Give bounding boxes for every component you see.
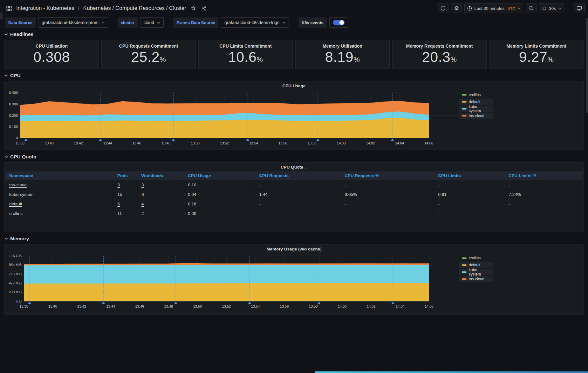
dashboard-title[interactable]: Kubernetes / Compute Resources / Cluster [83,5,186,11]
column-header[interactable]: Namespace [5,171,113,180]
svg-text:13:46: 13:46 [135,304,144,308]
legend-item-default[interactable]: default [459,262,493,268]
stat-panel-title[interactable]: CPU Utilisation [5,43,99,49]
cluster-label: cluster [118,17,138,28]
table-cell: 6 [137,190,183,199]
zoom-out-button[interactable] [526,3,537,13]
svg-text:0 B: 0 B [16,299,22,303]
legend-item-tns-cloud[interactable]: tns-cloud [459,276,493,282]
dashboards-grid-icon[interactable] [5,4,13,12]
column-header[interactable]: CPU Limits [434,171,504,180]
namespace-link[interactable]: kube-system [9,192,34,197]
stat-panel: Memory Limits Commitment9.27% [489,40,584,69]
legend-item-default[interactable]: default [459,99,493,105]
legend-swatch [462,271,467,273]
cluster-select[interactable]: cloud [140,17,164,28]
namespace-link[interactable]: crollins [9,211,23,216]
panel-title[interactable]: CPU Quota ⌄ [5,163,583,171]
memory-usage-legend: crollinsdefaultkube-systemtns-cloud [459,254,493,310]
table-cell: - [434,209,504,218]
table-cell: 3 [113,180,137,190]
refresh-interval-picker[interactable]: 30s [539,3,564,13]
refresh-interval-label: 30s [549,6,556,11]
panel-menu-caret-icon[interactable]: ⌄ [304,165,307,169]
stat-panel: CPU Requests Commitment25.2% [101,40,196,69]
namespace-link[interactable]: tns-cloud [9,183,27,187]
table-cell: - [504,199,583,209]
svg-text:13:48: 13:48 [164,304,173,308]
svg-text:13:54: 13:54 [251,304,260,308]
svg-text:13:50: 13:50 [191,141,200,145]
legend-item-crollins[interactable]: crollins [459,92,493,98]
workloads-link[interactable]: 4 [141,202,144,206]
headline-stats-row: CPU Utilisation0.308CPU Requests Commitm… [4,40,584,69]
stat-panel-title[interactable]: CPU Limits Commitment [199,43,292,49]
breadcrumb-separator: / [77,5,80,11]
time-range-label: Last 30 minutes [474,6,504,11]
legend-label: default [469,100,480,104]
workloads-link[interactable]: 6 [141,192,144,197]
datasource-value: grafanacloud-k8sdemo-prom [42,20,99,25]
table-cell: 0.04 [183,190,255,199]
column-header[interactable]: Pods [113,171,137,180]
svg-text:13:38: 13:38 [16,141,24,145]
breadcrumb-root[interactable]: Integration - Kubernetes [16,5,74,11]
svg-text:14:04: 14:04 [395,141,404,145]
datasource-select[interactable]: grafanacloud-k8sdemo-prom [38,17,108,28]
k8s-events-toggle[interactable] [329,17,348,28]
column-header[interactable]: Workloads [137,171,183,180]
chevron-down-icon [558,7,561,10]
legend-item-kube-system[interactable]: kube-system [459,269,493,275]
dashboard-settings-button[interactable]: ⚙ [451,3,462,13]
column-header[interactable]: CPU Limits % [504,171,583,180]
memory-usage-chart[interactable]: 0 B238 MiB477 MiB715 MiB954 MiB1.16 GiB1… [7,254,459,310]
table-cell: 0.61 [434,190,504,199]
stat-panel-title[interactable]: Memory Limits Commitment [489,43,583,49]
events-datasource-select[interactable]: grafanacloud-k8sdemo-logs [221,17,289,28]
namespace-link[interactable]: default [9,202,22,206]
cpu-usage-chart[interactable]: 00.1000.2000.3000.40013:3813:4013:4213:4… [7,91,459,146]
workloads-link[interactable]: 3 [141,183,144,187]
section-memory[interactable]: Memory [4,236,584,242]
svg-text:14:00: 14:00 [338,304,347,308]
timezone-label: UTC [508,6,515,10]
panel-title[interactable]: Memory Usage (w/o cache) [5,244,583,253]
stat-panel-title[interactable]: Memory Requests Commitment [393,43,486,49]
pods-link[interactable]: 15 [117,192,122,197]
legend-swatch [462,278,467,280]
pods-link[interactable]: 6 [117,202,120,206]
section-cpu-quota[interactable]: CPU Quota [4,154,584,160]
panel-title[interactable]: CPU Usage [5,81,583,90]
zoom-out-icon [529,6,534,11]
svg-text:14:02: 14:02 [366,141,375,145]
dashboard-insights-button[interactable] [438,3,448,13]
pods-link[interactable]: 3 [117,183,120,187]
section-cpu[interactable]: CPU [4,72,584,79]
column-header[interactable]: CPU Requests % [340,171,434,180]
table-cell: - [434,199,504,209]
legend-item-kube-system[interactable]: kube-system [459,106,493,112]
svg-text:13:42: 13:42 [77,304,86,308]
table-cell: - [504,209,583,218]
toggle-switch-on [333,20,345,25]
share-icon[interactable] [200,4,208,12]
memory-usage-panel: Memory Usage (w/o cache) 0 B238 MiB477 M… [4,244,584,315]
column-header[interactable]: CPU Usage [183,171,255,180]
stat-panel-title[interactable]: Memory Utilisation [296,43,389,49]
legend-item-tns-cloud[interactable]: tns-cloud [459,113,493,119]
column-header[interactable]: CPU Requests [255,171,340,180]
table-cell: default [5,199,113,209]
legend-item-crollins[interactable]: crollins [459,255,493,261]
workloads-link[interactable]: 2 [141,211,144,216]
section-title: Headlines [10,31,33,37]
table-cell: - [504,180,583,190]
section-headlines[interactable]: Headlines [4,31,584,37]
scrollbar[interactable] [586,18,588,113]
table-cell: - [255,180,340,190]
pods-link[interactable]: 11 [117,211,122,216]
tv-mode-button[interactable] [574,3,585,13]
table-cell: 0.00 [183,209,255,218]
time-range-picker[interactable]: Last 30 minutes UTC [464,3,523,13]
star-icon[interactable] [189,4,197,12]
stat-panel-title[interactable]: CPU Requests Commitment [102,43,195,49]
